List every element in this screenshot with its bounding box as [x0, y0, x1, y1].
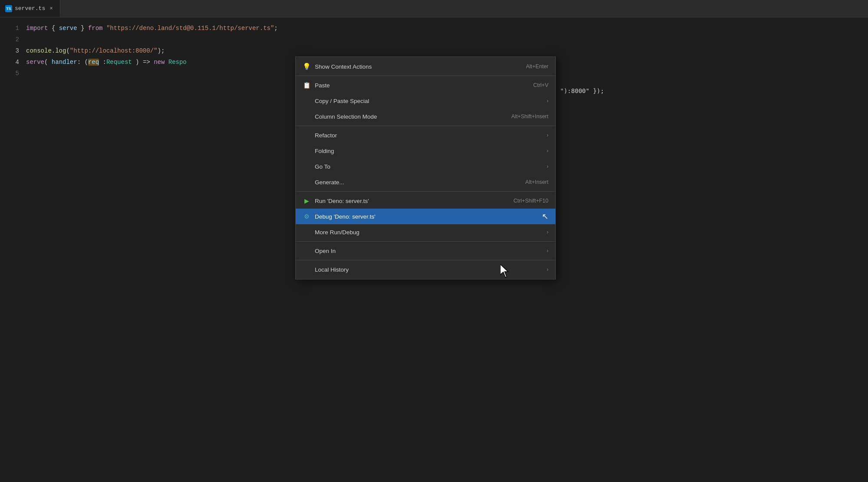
bulb-icon: 💡 — [303, 63, 310, 70]
menu-item-left: Folding — [303, 147, 334, 155]
menu-label-open-in: Open In — [315, 248, 336, 254]
submenu-arrow: › — [547, 132, 548, 138]
submenu-arrow: › — [547, 148, 548, 154]
no-icon — [303, 131, 310, 139]
line-number-1: 1 — [0, 23, 19, 34]
code-line-2 — [26, 34, 868, 45]
menu-label-debug: Debug 'Deno: server.ts' — [315, 213, 375, 220]
line-number-5: 5 — [0, 68, 19, 79]
submenu-arrow: › — [547, 163, 548, 170]
cursor-indicator: ↖ — [542, 212, 548, 221]
menu-item-local-history[interactable]: Local History › — [296, 262, 555, 277]
tab-filename: server.ts — [15, 5, 45, 12]
divider-3 — [296, 191, 555, 192]
menu-item-left: Go To — [303, 163, 330, 170]
context-menu: 💡 Show Context Actions Alt+Enter 📋 Paste… — [295, 57, 556, 279]
paste-icon: 📋 — [303, 81, 310, 89]
menu-item-run[interactable]: ▶ Run 'Deno: server.ts' Ctrl+Shift+F10 — [296, 193, 555, 209]
menu-label-column-selection: Column Selection Mode — [315, 113, 377, 120]
submenu-arrow: › — [547, 229, 548, 235]
menu-item-left: Local History — [303, 266, 349, 273]
menu-item-left: ▶ Run 'Deno: server.ts' — [303, 197, 369, 205]
submenu-arrow: › — [547, 266, 548, 273]
menu-item-more-run-debug[interactable]: More Run/Debug › — [296, 224, 555, 240]
run-icon: ▶ — [303, 197, 310, 205]
menu-item-left: Refactor — [303, 131, 337, 139]
menu-item-left: 📋 Paste — [303, 81, 330, 89]
code-line-1: import { serve } from "https://deno.land… — [26, 23, 868, 34]
menu-label-more-run-debug: More Run/Debug — [315, 229, 360, 236]
file-tab[interactable]: TS server.ts × — [0, 0, 60, 17]
submenu-arrow: › — [547, 248, 548, 254]
no-icon — [303, 266, 310, 273]
no-icon — [303, 228, 310, 236]
no-icon — [303, 113, 310, 120]
debug-icon: ⚙ — [303, 213, 310, 220]
line4-continuation: "):8000" }); — [560, 85, 604, 96]
menu-item-paste[interactable]: 📋 Paste Ctrl+V — [296, 77, 555, 93]
tab-bar: TS server.ts × — [0, 0, 868, 17]
menu-label-refactor: Refactor — [315, 132, 337, 139]
divider-1 — [296, 76, 555, 76]
submenu-arrow: › — [547, 98, 548, 104]
menu-item-copy-paste-special[interactable]: Copy / Paste Special › — [296, 93, 555, 109]
line-number-2: 2 — [0, 34, 19, 45]
menu-item-left: Open In — [303, 247, 336, 255]
shortcut-generate: Alt+Insert — [525, 179, 548, 185]
line-number-4: ↑ 4 — [0, 57, 19, 68]
divider-5 — [296, 260, 555, 260]
menu-label-generate: Generate... — [315, 179, 344, 186]
shortcut-run: Ctrl+Shift+F10 — [513, 198, 548, 204]
menu-label-copy-paste-special: Copy / Paste Special — [315, 98, 369, 104]
line-numbers: 1 2 3 ↑ 4 5 — [0, 21, 26, 79]
menu-label-run: Run 'Deno: server.ts' — [315, 198, 369, 204]
menu-label-local-history: Local History — [315, 266, 349, 273]
ts-icon: TS — [5, 5, 12, 12]
line-number-3: 3 — [0, 45, 19, 57]
shortcut-column-selection: Alt+Shift+Insert — [512, 113, 548, 120]
menu-label-folding: Folding — [315, 148, 334, 154]
code-line-3: console.log("http://localhost:8000/"); — [26, 45, 868, 57]
divider-4 — [296, 241, 555, 242]
shortcut-show-context-actions: Alt+Enter — [526, 63, 548, 70]
menu-label-go-to: Go To — [315, 163, 330, 170]
menu-item-left: Copy / Paste Special — [303, 97, 369, 105]
no-icon — [303, 247, 310, 255]
menu-item-debug[interactable]: ⚙ Debug 'Deno: server.ts' ↖ — [296, 209, 555, 224]
menu-item-show-context-actions[interactable]: 💡 Show Context Actions Alt+Enter — [296, 59, 555, 74]
menu-item-column-selection[interactable]: Column Selection Mode Alt+Shift+Insert — [296, 109, 555, 124]
menu-item-left: 💡 Show Context Actions — [303, 63, 372, 70]
tab-close-button[interactable]: × — [48, 5, 55, 12]
divider-2 — [296, 126, 555, 126]
menu-item-left: Generate... — [303, 178, 344, 186]
no-icon — [303, 163, 310, 170]
menu-item-left: ⚙ Debug 'Deno: server.ts' — [303, 213, 375, 220]
menu-item-generate[interactable]: Generate... Alt+Insert — [296, 174, 555, 190]
no-icon — [303, 178, 310, 186]
menu-label-paste: Paste — [315, 82, 330, 89]
menu-item-refactor[interactable]: Refactor › — [296, 127, 555, 143]
no-icon — [303, 147, 310, 155]
menu-label-show-context-actions: Show Context Actions — [315, 63, 372, 70]
menu-item-left: Column Selection Mode — [303, 113, 377, 120]
menu-item-left: More Run/Debug — [303, 228, 360, 236]
shortcut-paste: Ctrl+V — [533, 82, 548, 88]
menu-item-open-in[interactable]: Open In › — [296, 243, 555, 259]
menu-item-folding[interactable]: Folding › — [296, 143, 555, 159]
menu-item-go-to[interactable]: Go To › — [296, 159, 555, 174]
no-icon — [303, 97, 310, 105]
